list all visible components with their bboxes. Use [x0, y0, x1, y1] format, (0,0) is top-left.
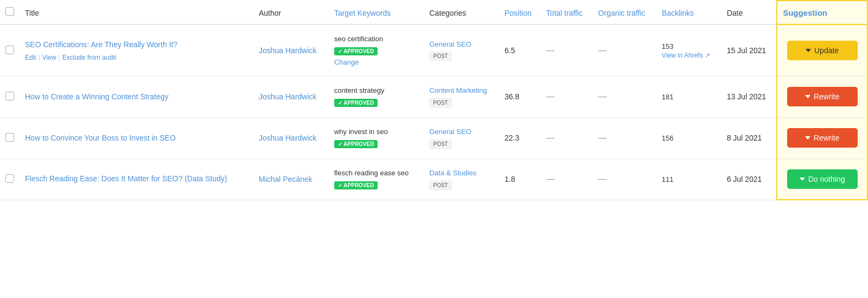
row-title-cell: How to Convince Your Boss to Invest in S… [20, 117, 253, 158]
category-link[interactable]: Content Marketing [429, 86, 494, 96]
col-suggestion: Suggestion [777, 1, 867, 24]
suggestion-donothing-button[interactable]: Do nothing [787, 169, 858, 189]
total-traffic-value: — [546, 133, 555, 142]
content-audit-table: Title Author Target Keywords Categories … [0, 0, 868, 200]
row-suggestion-cell: Update [777, 24, 867, 77]
row-category-cell: General SEOPOST [424, 24, 499, 77]
suggestion-label: Rewrite [814, 134, 839, 142]
suggestion-label: Update [814, 46, 839, 55]
row-checkbox[interactable] [5, 92, 14, 100]
table-row: Flesch Reading Ease: Does It Matter for … [0, 158, 867, 200]
category-link[interactable]: Data & Studies [429, 169, 494, 178]
approved-badge: APPROVED [334, 140, 378, 148]
organic-traffic-value: — [598, 133, 607, 142]
suggestion-update-button[interactable]: Update [787, 41, 858, 60]
row-suggestion-cell: Do nothing [777, 158, 867, 200]
col-target-keywords[interactable]: Target Keywords [329, 1, 424, 24]
row-position-cell: 36.8 [499, 77, 541, 118]
row-total-traffic-cell: — [541, 24, 593, 77]
row-position-cell: 22.3 [499, 117, 541, 158]
row-backlinks-cell: 156 [656, 117, 722, 158]
backlinks-count: 111 [662, 175, 716, 183]
post-title-link[interactable]: How to Convince Your Boss to Invest in S… [25, 134, 176, 142]
title-actions: Edit|View|Exclude from audit [25, 54, 248, 61]
post-title-link[interactable]: SEO Certifications: Are They Really Wort… [25, 40, 177, 49]
col-title[interactable]: Title [20, 1, 253, 24]
suggestion-rewrite-button[interactable]: Rewrite [787, 128, 858, 148]
row-category-cell: Data & StudiesPOST [424, 158, 499, 200]
row-organic-traffic-cell: — [593, 77, 656, 118]
select-all-checkbox[interactable] [5, 7, 14, 16]
row-checkbox-cell [0, 24, 20, 77]
category-link[interactable]: General SEO [429, 128, 494, 137]
author-link[interactable]: Joshua Hardwick [259, 46, 317, 55]
row-organic-traffic-cell: — [593, 24, 656, 77]
row-checkbox[interactable] [5, 46, 14, 54]
table-row: How to Create a Winning Content Strategy… [0, 77, 867, 118]
backlinks-count: 181 [662, 93, 716, 101]
backlinks-count: 153 [662, 42, 716, 50]
col-total-traffic[interactable]: Total traffic [541, 1, 593, 24]
approved-badge: APPROVED [334, 181, 378, 189]
row-total-traffic-cell: — [541, 158, 593, 200]
row-title-cell: SEO Certifications: Are They Really Wort… [20, 24, 253, 77]
change-keyword-link[interactable]: Change [334, 58, 419, 66]
row-checkbox[interactable] [5, 174, 14, 183]
category-link[interactable]: General SEO [429, 40, 494, 49]
author-link[interactable]: Joshua Hardwick [259, 92, 317, 101]
chevron-down-icon [806, 49, 811, 52]
post-date: 8 Jul 2021 [722, 117, 777, 158]
author-link[interactable]: Joshua Hardwick [259, 134, 317, 142]
row-checkbox[interactable] [5, 133, 14, 142]
post-date: 13 Jul 2021 [722, 77, 777, 118]
row-organic-traffic-cell: — [593, 158, 656, 200]
row-keyword-cell: content strategyAPPROVED [329, 77, 424, 118]
col-backlinks[interactable]: Backlinks [656, 1, 722, 24]
organic-traffic-value: — [598, 46, 607, 55]
post-type-badge: POST [429, 98, 451, 107]
post-type-badge: POST [429, 140, 451, 149]
row-keyword-cell: seo certificationAPPROVEDChange [329, 24, 424, 77]
row-total-traffic-cell: — [541, 117, 593, 158]
table-row: SEO Certifications: Are They Really Wort… [0, 24, 867, 77]
row-suggestion-cell: Rewrite [777, 77, 867, 118]
post-title-link[interactable]: Flesch Reading Ease: Does It Matter for … [25, 174, 227, 183]
row-checkbox-cell [0, 77, 20, 118]
row-checkbox-cell [0, 117, 20, 158]
col-categories[interactable]: Categories [424, 1, 499, 24]
row-title-cell: Flesch Reading Ease: Does It Matter for … [20, 158, 253, 200]
title-action-edit[interactable]: Edit [25, 54, 36, 61]
organic-traffic-value: — [598, 92, 607, 101]
col-organic-traffic[interactable]: Organic traffic [593, 1, 656, 24]
col-position[interactable]: Position [499, 1, 541, 24]
chevron-down-icon [805, 136, 810, 140]
row-keyword-cell: flesch reading ease seoAPPROVED [329, 158, 424, 200]
approved-badge: APPROVED [334, 99, 378, 107]
col-author[interactable]: Author [253, 1, 329, 24]
author-link[interactable]: Michal Pecánek [259, 175, 312, 183]
keyword-text: content strategy [334, 86, 419, 94]
row-position-cell: 6.5 [499, 24, 541, 77]
total-traffic-value: — [546, 46, 555, 55]
suggestion-rewrite-button[interactable]: Rewrite [787, 87, 858, 106]
post-title-link[interactable]: How to Create a Winning Content Strategy [25, 92, 169, 101]
row-author-cell: Joshua Hardwick [253, 24, 329, 77]
row-author-cell: Michal Pecánek [253, 158, 329, 200]
row-total-traffic-cell: — [541, 77, 593, 118]
row-category-cell: General SEOPOST [424, 117, 499, 158]
col-date[interactable]: Date [722, 1, 777, 24]
keyword-text: why invest in seo [334, 128, 419, 136]
row-backlinks-cell: 181 [656, 77, 722, 118]
keyword-text: seo certification [334, 35, 419, 43]
backlinks-count: 156 [662, 134, 716, 142]
chevron-down-icon [805, 95, 810, 98]
row-checkbox-cell [0, 158, 20, 200]
post-date: 6 Jul 2021 [722, 158, 777, 200]
row-author-cell: Joshua Hardwick [253, 77, 329, 118]
post-type-badge: POST [429, 181, 451, 190]
title-action-exclude-from-audit[interactable]: Exclude from audit [62, 54, 116, 61]
post-date: 15 Jul 2021 [722, 24, 777, 77]
title-action-view[interactable]: View [42, 54, 56, 61]
total-traffic-value: — [546, 174, 555, 183]
view-in-ahrefs-link[interactable]: View in Ahrefs ↗ [662, 52, 710, 59]
